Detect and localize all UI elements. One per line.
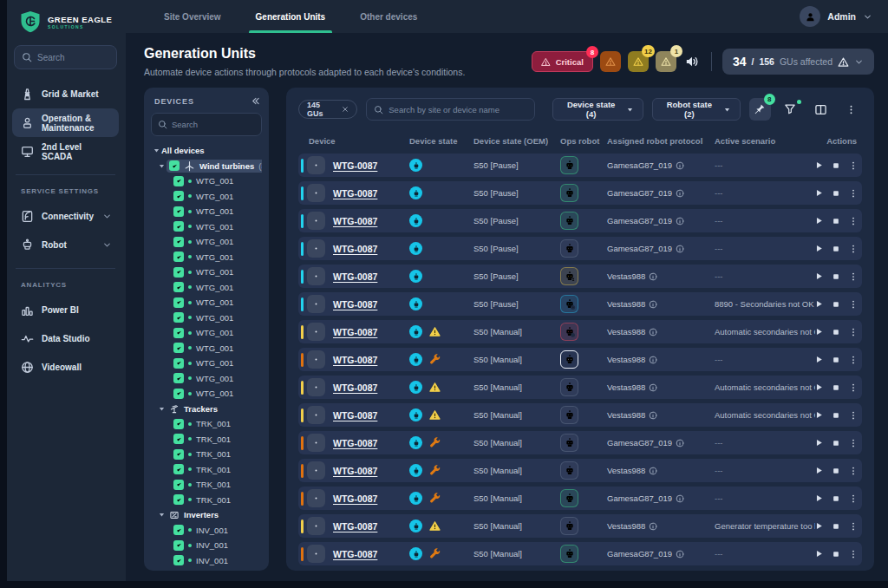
major-alarms-badge[interactable] — [600, 51, 621, 72]
sidebar-search-input[interactable] — [37, 53, 111, 62]
device-link[interactable]: WTG-0087 — [333, 521, 409, 532]
checkbox-checked-icon[interactable] — [173, 282, 184, 292]
row-menu-button[interactable] — [848, 438, 859, 448]
stop-button[interactable] — [832, 383, 840, 392]
row-menu-button[interactable] — [848, 160, 859, 171]
collapse-panel-icon[interactable] — [251, 96, 260, 106]
play-button[interactable] — [814, 327, 824, 336]
tree-item-trk_001[interactable]: TRK_001 — [151, 416, 262, 432]
table-row[interactable]: WTG-0087S50 [Manual]GamesaG87_019--- — [298, 487, 862, 510]
play-button[interactable] — [814, 549, 824, 559]
checkbox-checked-icon[interactable] — [173, 434, 184, 444]
stop-button[interactable] — [832, 467, 840, 475]
tree-item-inv_001[interactable]: INV_001 — [151, 568, 262, 571]
info-icon[interactable] — [676, 550, 684, 559]
play-button[interactable] — [814, 216, 824, 225]
stop-button[interactable] — [832, 272, 840, 281]
info-icon[interactable] — [676, 439, 684, 448]
info-alarms-badge[interactable]: 1 — [656, 51, 676, 72]
stop-button[interactable] — [832, 189, 840, 198]
tree-item-wtg_001[interactable]: WTG_001 — [151, 310, 262, 326]
stop-button[interactable] — [832, 300, 840, 309]
user-menu[interactable]: Admin — [800, 0, 888, 33]
play-button[interactable] — [814, 438, 824, 448]
row-menu-button[interactable] — [848, 466, 859, 476]
device-link[interactable]: WTG-0087 — [333, 244, 409, 254]
columns-button[interactable] — [810, 98, 832, 121]
tree-item-wtg_001[interactable]: WTG_001 — [151, 325, 262, 341]
row-menu-button[interactable] — [848, 382, 859, 393]
device-link[interactable]: WTG-0087 — [333, 493, 409, 504]
tree-item-wtg_001[interactable]: WTG_001 — [151, 295, 262, 310]
tree-item-trk_001[interactable]: TRK_001 — [151, 493, 262, 508]
checkbox-checked-icon[interactable] — [173, 343, 184, 353]
applied-filter-chip[interactable]: 145 GUs — [298, 100, 357, 119]
row-menu-button[interactable] — [848, 549, 859, 559]
sidebar-search[interactable] — [14, 45, 117, 69]
tree-item-wtg_001[interactable]: WTG_001 — [151, 250, 262, 265]
tab-other-devices[interactable]: Other devices — [344, 0, 433, 33]
device-tree-search-input[interactable] — [172, 120, 245, 129]
checkbox-checked-icon[interactable] — [173, 176, 184, 186]
stop-button[interactable] — [832, 439, 840, 448]
checkbox-checked-icon[interactable] — [173, 419, 184, 429]
play-button[interactable] — [814, 299, 824, 309]
checkbox-checked-icon[interactable] — [173, 191, 184, 201]
info-icon[interactable] — [676, 189, 684, 198]
device-link[interactable]: WTG-0087 — [333, 410, 409, 421]
row-menu-button[interactable] — [848, 521, 859, 532]
tree-item-wtg_001[interactable]: WTG_001 — [151, 356, 262, 371]
sidebar-item-data-studio[interactable]: Data Studio — [12, 324, 119, 353]
device-link[interactable]: WTG-0087 — [333, 188, 409, 199]
tree-item-wtg_001[interactable]: WTG_001 — [151, 219, 262, 235]
checkbox-checked-icon[interactable] — [173, 221, 184, 232]
tree-item-wtg_001[interactable]: WTG_001 — [151, 341, 262, 356]
device-link[interactable]: WTG-0087 — [333, 438, 409, 448]
play-button[interactable] — [814, 271, 824, 281]
sidebar-item-robot[interactable]: Robot — [12, 231, 119, 259]
table-row[interactable]: WTG-0087S50 [Pause]GamesaG87_019--- — [298, 237, 862, 260]
checkbox-checked-icon[interactable] — [173, 525, 184, 535]
stop-button[interactable] — [832, 522, 840, 531]
row-menu-button[interactable] — [848, 355, 859, 365]
tree-item-wtg_001[interactable]: WTG_001 — [151, 189, 262, 205]
row-menu-button[interactable] — [848, 188, 859, 199]
table-row[interactable]: WTG-0087S50 [Manual]Vestas988Generator t… — [298, 514, 862, 538]
device-link[interactable]: WTG-0087 — [333, 466, 409, 476]
table-search[interactable] — [366, 98, 535, 121]
play-button[interactable] — [814, 244, 824, 253]
speaker-icon[interactable] — [685, 55, 699, 69]
row-menu-button[interactable] — [848, 493, 859, 504]
row-menu-button[interactable] — [848, 244, 859, 254]
robot-state-filter-dropdown[interactable]: Robot state (2) — [652, 98, 741, 121]
tree-item-inv_001[interactable]: INV_001 — [151, 538, 262, 553]
checkbox-checked-icon[interactable] — [173, 494, 184, 505]
device-link[interactable]: WTG-0087 — [333, 355, 409, 365]
play-button[interactable] — [814, 410, 824, 420]
caret-down-icon[interactable] — [156, 511, 166, 519]
play-button[interactable] — [814, 188, 824, 198]
device-link[interactable]: WTG-0087 — [333, 382, 409, 393]
stop-button[interactable] — [832, 411, 840, 420]
tree-item-inv_001[interactable]: INV_001 — [151, 523, 262, 539]
sidebar-item-2nd-level-scada[interactable]: 2nd Level SCADA — [12, 137, 119, 166]
stop-button[interactable] — [832, 161, 840, 170]
sidebar-item-videowall[interactable]: Videowall — [12, 353, 119, 382]
device-state-filter-dropdown[interactable]: Device state (4) — [552, 98, 643, 121]
sidebar-item-operation-maintenance[interactable]: Operation & Maintenance — [12, 108, 119, 137]
play-button[interactable] — [814, 521, 824, 531]
info-icon[interactable] — [649, 522, 657, 531]
stop-button[interactable] — [832, 245, 840, 253]
device-link[interactable]: WTG-0087 — [333, 160, 409, 171]
row-menu-button[interactable] — [848, 410, 859, 421]
filter-button[interactable] — [780, 98, 801, 121]
close-icon[interactable] — [342, 106, 349, 113]
tab-generation-units[interactable]: Generation Units — [240, 0, 342, 33]
device-link[interactable]: WTG-0087 — [333, 271, 409, 282]
device-tree-search[interactable] — [151, 113, 262, 136]
critical-alarms-badge[interactable]: Critical 8 — [532, 51, 593, 72]
device-link[interactable]: WTG-0087 — [333, 216, 409, 226]
info-icon[interactable] — [676, 494, 684, 503]
play-button[interactable] — [814, 160, 824, 170]
table-row[interactable]: WTG-0087S50 [Manual]GamesaG87_019--- — [298, 431, 862, 454]
